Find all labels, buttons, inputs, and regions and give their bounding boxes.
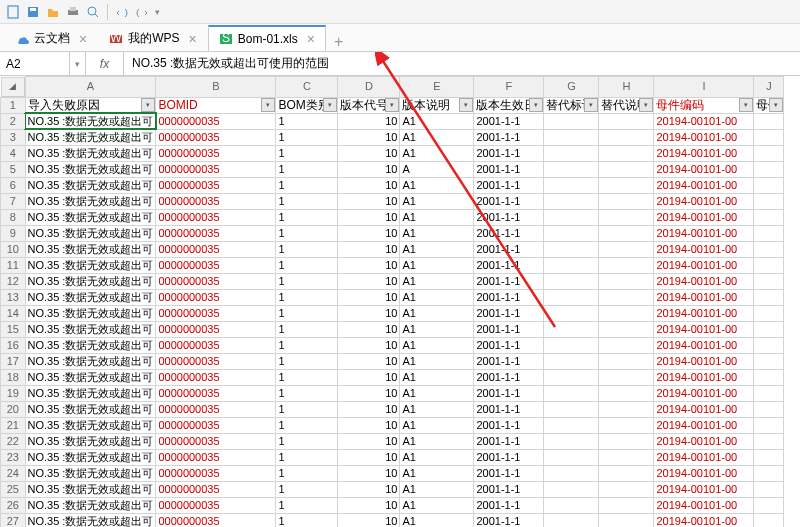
row-header[interactable]: 6 — [1, 177, 26, 193]
data-cell[interactable]: 20194-00101-00 — [654, 417, 754, 433]
data-cell[interactable] — [544, 193, 599, 209]
data-cell[interactable] — [599, 417, 654, 433]
data-cell[interactable] — [544, 465, 599, 481]
data-cell[interactable]: 20194-00101-00 — [654, 513, 754, 527]
data-cell[interactable] — [599, 497, 654, 513]
data-cell[interactable]: 10 — [338, 257, 400, 273]
data-cell[interactable] — [599, 289, 654, 305]
tab-add-button[interactable]: + — [326, 33, 351, 51]
data-cell[interactable]: A1 — [400, 321, 474, 337]
data-cell[interactable]: 1 — [276, 225, 338, 241]
data-cell[interactable]: 1 — [276, 481, 338, 497]
formula-input[interactable]: NO.35 :数据无效或超出可使用的范围 — [124, 52, 800, 75]
data-cell[interactable]: A1 — [400, 369, 474, 385]
data-cell[interactable]: 20194-00101-00 — [654, 401, 754, 417]
header-cell[interactable]: 母件▾ — [754, 97, 784, 113]
col-header-H[interactable]: H — [599, 77, 654, 98]
header-cell[interactable]: 版本代号▾ — [338, 97, 400, 113]
data-cell[interactable]: 10 — [338, 209, 400, 225]
data-cell[interactable]: 10 — [338, 385, 400, 401]
data-cell[interactable]: 2001-1-1 — [474, 241, 544, 257]
data-cell[interactable]: NO.35 :数据无效或超出可 — [25, 225, 156, 241]
data-cell[interactable]: 20194-00101-00 — [654, 209, 754, 225]
data-cell[interactable] — [544, 273, 599, 289]
data-cell[interactable] — [754, 273, 784, 289]
data-cell[interactable]: 20194-00101-00 — [654, 497, 754, 513]
data-cell[interactable] — [599, 353, 654, 369]
data-cell[interactable]: A1 — [400, 433, 474, 449]
data-cell[interactable]: 10 — [338, 145, 400, 161]
data-cell[interactable]: 10 — [338, 241, 400, 257]
data-cell[interactable] — [599, 481, 654, 497]
data-cell[interactable]: A — [400, 161, 474, 177]
data-cell[interactable]: 0000000035 — [156, 321, 276, 337]
data-cell[interactable]: 1 — [276, 449, 338, 465]
data-cell[interactable]: 10 — [338, 193, 400, 209]
data-cell[interactable]: 10 — [338, 497, 400, 513]
data-cell[interactable] — [599, 273, 654, 289]
data-cell[interactable] — [599, 369, 654, 385]
data-cell[interactable]: NO.35 :数据无效或超出可 — [25, 337, 156, 353]
filter-dropdown-icon[interactable]: ▾ — [141, 98, 155, 112]
close-icon[interactable]: × — [79, 31, 87, 47]
row-header[interactable]: 10 — [1, 241, 26, 257]
data-cell[interactable]: 10 — [338, 321, 400, 337]
data-cell[interactable]: 0000000035 — [156, 177, 276, 193]
close-icon[interactable]: × — [189, 31, 197, 47]
data-cell[interactable]: 20194-00101-00 — [654, 465, 754, 481]
data-cell[interactable] — [544, 257, 599, 273]
data-cell[interactable] — [754, 321, 784, 337]
row-header[interactable]: 21 — [1, 417, 26, 433]
data-cell[interactable]: 10 — [338, 417, 400, 433]
data-cell[interactable]: A1 — [400, 273, 474, 289]
data-cell[interactable] — [544, 513, 599, 527]
data-cell[interactable] — [754, 337, 784, 353]
data-cell[interactable] — [544, 321, 599, 337]
data-cell[interactable]: 0000000035 — [156, 497, 276, 513]
data-cell[interactable]: 2001-1-1 — [474, 225, 544, 241]
data-cell[interactable]: NO.35 :数据无效或超出可 — [25, 289, 156, 305]
row-header[interactable]: 11 — [1, 257, 26, 273]
row-header[interactable]: 13 — [1, 289, 26, 305]
data-cell[interactable]: 0000000035 — [156, 257, 276, 273]
data-cell[interactable]: A1 — [400, 129, 474, 145]
data-cell[interactable] — [544, 305, 599, 321]
data-cell[interactable]: 1 — [276, 161, 338, 177]
data-cell[interactable]: 1 — [276, 401, 338, 417]
data-cell[interactable]: 10 — [338, 353, 400, 369]
header-cell[interactable]: BOMID▾ — [156, 97, 276, 113]
data-cell[interactable]: 10 — [338, 401, 400, 417]
data-cell[interactable] — [599, 337, 654, 353]
data-cell[interactable]: 0000000035 — [156, 113, 276, 129]
data-cell[interactable]: 0000000035 — [156, 465, 276, 481]
data-cell[interactable] — [754, 417, 784, 433]
filter-dropdown-icon[interactable]: ▾ — [261, 98, 275, 112]
data-cell[interactable]: NO.35 :数据无效或超出可 — [25, 273, 156, 289]
data-cell[interactable]: A1 — [400, 497, 474, 513]
data-cell[interactable]: 0000000035 — [156, 289, 276, 305]
data-cell[interactable]: 0000000035 — [156, 273, 276, 289]
data-cell[interactable]: 10 — [338, 273, 400, 289]
data-cell[interactable]: 1 — [276, 113, 338, 129]
data-cell[interactable]: 10 — [338, 465, 400, 481]
data-cell[interactable]: 2001-1-1 — [474, 209, 544, 225]
data-cell[interactable] — [599, 433, 654, 449]
data-cell[interactable]: 1 — [276, 193, 338, 209]
row-header[interactable]: 25 — [1, 481, 26, 497]
data-cell[interactable]: A1 — [400, 145, 474, 161]
data-cell[interactable]: NO.35 :数据无效或超出可 — [25, 433, 156, 449]
data-cell[interactable]: NO.35 :数据无效或超出可 — [25, 417, 156, 433]
col-header-D[interactable]: D — [338, 77, 400, 98]
data-cell[interactable] — [599, 225, 654, 241]
data-cell[interactable]: 1 — [276, 241, 338, 257]
data-cell[interactable]: A1 — [400, 305, 474, 321]
data-cell[interactable]: 10 — [338, 129, 400, 145]
data-cell[interactable] — [599, 209, 654, 225]
data-cell[interactable]: A1 — [400, 209, 474, 225]
data-cell[interactable]: 2001-1-1 — [474, 113, 544, 129]
data-cell[interactable]: NO.35 :数据无效或超出可 — [25, 353, 156, 369]
data-cell[interactable]: 1 — [276, 497, 338, 513]
data-cell[interactable]: 10 — [338, 113, 400, 129]
data-cell[interactable]: NO.35 :数据无效或超出可 — [25, 449, 156, 465]
data-cell[interactable]: NO.35 :数据无效或超出可 — [25, 401, 156, 417]
